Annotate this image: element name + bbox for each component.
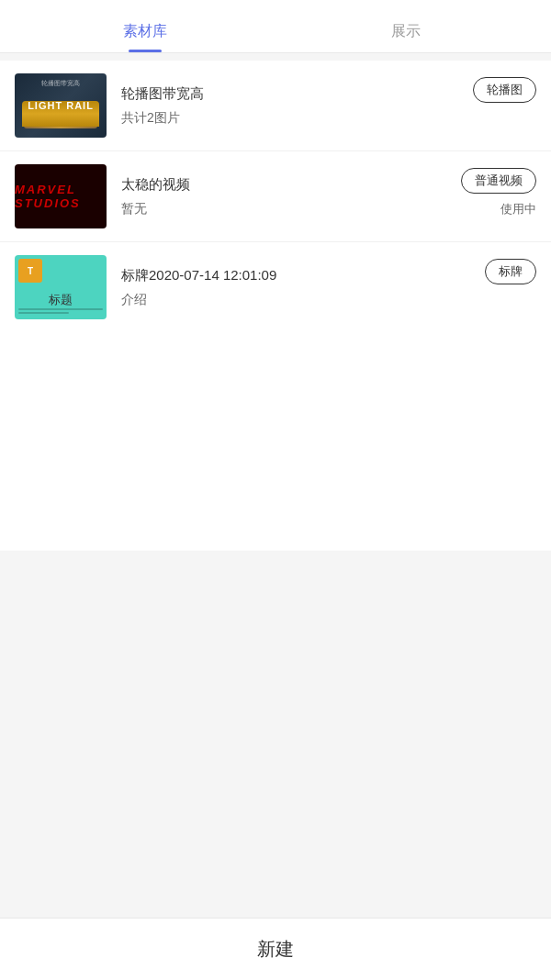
new-button[interactable]: 新建 xyxy=(18,937,533,962)
item-title: 太稳的视频 xyxy=(121,176,450,194)
tab-header: 素材库 展示 xyxy=(0,0,551,53)
thumbnail-marvel: MARVEL STUDIOS xyxy=(15,164,107,228)
empty-area xyxy=(0,551,551,918)
tab-materials[interactable]: 素材库 xyxy=(15,11,276,52)
thumbnail-sign: T 标题 xyxy=(15,255,107,319)
item-title: 标牌2020-07-14 12:01:09 xyxy=(121,267,474,284)
item-sub: 暂无 xyxy=(121,201,450,217)
item-content: 轮播图带宽高 共计2图片 xyxy=(121,85,462,127)
sign-icon: T xyxy=(18,259,42,283)
item-right: 普通视频 使用中 xyxy=(450,168,536,217)
item-status: 使用中 xyxy=(500,201,536,217)
item-sub: 介绍 xyxy=(121,292,474,308)
thumbnail-rail: 轮播图带宽高 LIGHT RAIL xyxy=(15,73,107,138)
sign-label-text: 标题 xyxy=(49,292,73,308)
item-content: 太稳的视频 暂无 xyxy=(121,176,450,217)
item-badge: 普通视频 xyxy=(461,168,536,194)
item-badge: 标牌 xyxy=(485,259,536,284)
item-right: 标牌 xyxy=(474,259,536,284)
tab-display[interactable]: 展示 xyxy=(276,11,536,52)
item-title: 轮播图带宽高 xyxy=(121,85,462,103)
bottom-bar: 新建 xyxy=(0,918,551,980)
list-item[interactable]: 轮播图带宽高 LIGHT RAIL 轮播图带宽高 共计2图片 轮播图 xyxy=(0,61,551,151)
item-right: 轮播图 xyxy=(462,77,536,103)
item-sub: 共计2图片 xyxy=(121,110,462,127)
tab-list: 素材库 展示 xyxy=(15,11,536,52)
list-item[interactable]: T 标题 标牌2020-07-14 12:01:09 介绍 标牌 xyxy=(0,242,551,332)
item-content: 标牌2020-07-14 12:01:09 介绍 xyxy=(121,267,474,308)
list-item[interactable]: MARVEL STUDIOS 太稳的视频 暂无 普通视频 使用中 xyxy=(0,151,551,242)
item-badge: 轮播图 xyxy=(473,77,536,103)
item-list: 轮播图带宽高 LIGHT RAIL 轮播图带宽高 共计2图片 轮播图 MARVE… xyxy=(0,61,551,551)
